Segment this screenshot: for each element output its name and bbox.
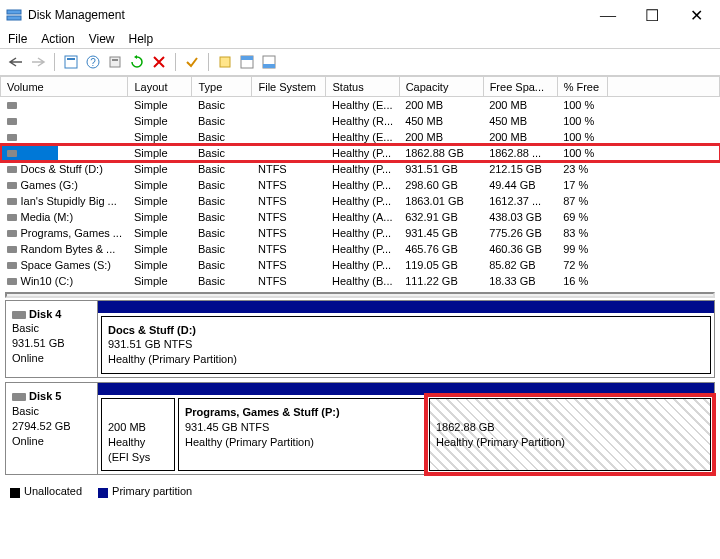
partition[interactable]: Docs & Stuff (D:)931.51 GB NTFSHealthy (…: [101, 316, 711, 375]
volume-icon: [7, 166, 17, 173]
list-bottom-icon[interactable]: [259, 52, 279, 72]
volume-icon: [7, 118, 17, 125]
volume-row[interactable]: Docs & Stuff (D:)SimpleBasicNTFSHealthy …: [1, 161, 720, 177]
check-icon[interactable]: [182, 52, 202, 72]
list-top-icon[interactable]: [237, 52, 257, 72]
forward-button[interactable]: [28, 52, 48, 72]
svg-rect-2: [65, 56, 77, 68]
partition[interactable]: 1862.88 GBHealthy (Primary Partition): [429, 398, 711, 471]
volume-row[interactable]: Random Bytes & ...SimpleBasicNTFSHealthy…: [1, 241, 720, 257]
svg-text:?: ?: [90, 57, 96, 68]
volume-icon: [7, 182, 17, 189]
new-icon[interactable]: [215, 52, 235, 72]
maximize-button[interactable]: ☐: [630, 0, 674, 30]
volume-icon: [7, 230, 17, 237]
legend-unallocated: Unallocated: [10, 485, 82, 497]
legend: Unallocated Primary partition: [0, 481, 720, 501]
graphical-pane: Disk 4Basic931.51 GBOnlineDocs & Stuff (…: [0, 298, 720, 482]
disk-row: Disk 4Basic931.51 GBOnlineDocs & Stuff (…: [5, 300, 715, 379]
column-header[interactable]: Free Spa...: [483, 77, 557, 97]
svg-rect-6: [110, 57, 120, 67]
volume-row[interactable]: SimpleBasicHealthy (E...200 MB200 MB100 …: [1, 97, 720, 113]
menu-file[interactable]: File: [8, 32, 27, 46]
properties-icon[interactable]: [61, 52, 81, 72]
legend-primary: Primary partition: [98, 485, 192, 497]
volume-icon: [7, 134, 17, 141]
svg-rect-14: [12, 393, 26, 401]
menu-help[interactable]: Help: [129, 32, 154, 46]
column-header[interactable]: File System: [252, 77, 326, 97]
volume-icon: [7, 278, 17, 285]
svg-rect-10: [241, 56, 253, 60]
volume-row[interactable]: Win10 (C:)SimpleBasicNTFSHealthy (B...11…: [1, 273, 720, 289]
volume-icon: [7, 262, 17, 269]
volume-icon: [7, 150, 17, 157]
volume-row[interactable]: Games (G:)SimpleBasicNTFSHealthy (P...29…: [1, 177, 720, 193]
volume-row[interactable]: Space Games (S:)SimpleBasicNTFSHealthy (…: [1, 257, 720, 273]
partition[interactable]: Programs, Games & Stuff (P:)931.45 GB NT…: [178, 398, 426, 471]
volume-icon: [7, 246, 17, 253]
svg-rect-0: [7, 10, 21, 14]
column-header[interactable]: Volume: [1, 77, 128, 97]
svg-rect-3: [67, 58, 75, 60]
window-title: Disk Management: [28, 8, 586, 22]
volume-icon: [7, 214, 17, 221]
svg-rect-1: [7, 16, 21, 20]
column-header[interactable]: Type: [192, 77, 252, 97]
column-header[interactable]: Layout: [128, 77, 192, 97]
app-icon: [6, 7, 22, 23]
delete-icon[interactable]: [149, 52, 169, 72]
partition[interactable]: 200 MBHealthy (EFI Sys: [101, 398, 175, 471]
svg-rect-12: [263, 64, 275, 68]
column-header[interactable]: Capacity: [399, 77, 483, 97]
toolbar: ?: [0, 48, 720, 76]
back-button[interactable]: [6, 52, 26, 72]
column-header[interactable]: % Free: [557, 77, 607, 97]
volume-icon: [7, 198, 17, 205]
column-header[interactable]: Status: [326, 77, 399, 97]
volume-row[interactable]: Ian's Stupidly Big ...SimpleBasicNTFSHea…: [1, 193, 720, 209]
disk-label[interactable]: Disk 4Basic931.51 GBOnline: [6, 301, 98, 378]
menu-view[interactable]: View: [89, 32, 115, 46]
volume-row[interactable]: Media (M:)SimpleBasicNTFSHealthy (A...63…: [1, 209, 720, 225]
svg-rect-13: [12, 311, 26, 319]
volume-row[interactable]: SimpleBasicHealthy (P...1862.88 GB1862.8…: [1, 145, 720, 161]
volume-row[interactable]: SimpleBasicHealthy (E...200 MB200 MB100 …: [1, 129, 720, 145]
close-button[interactable]: ✕: [674, 0, 718, 30]
disk-label[interactable]: Disk 5Basic2794.52 GBOnline: [6, 383, 98, 474]
minimize-button[interactable]: —: [586, 0, 630, 30]
help-icon[interactable]: ?: [83, 52, 103, 72]
svg-rect-8: [220, 57, 230, 67]
menubar: File Action View Help: [0, 30, 720, 48]
disk-row: Disk 5Basic2794.52 GBOnline200 MBHealthy…: [5, 382, 715, 475]
menu-action[interactable]: Action: [41, 32, 74, 46]
volume-row[interactable]: Programs, Games ...SimpleBasicNTFSHealth…: [1, 225, 720, 241]
volume-row[interactable]: SimpleBasicHealthy (R...450 MB450 MB100 …: [1, 113, 720, 129]
volume-table[interactable]: VolumeLayoutTypeFile SystemStatusCapacit…: [0, 76, 720, 289]
settings-icon[interactable]: [105, 52, 125, 72]
titlebar: Disk Management — ☐ ✕: [0, 0, 720, 30]
svg-rect-7: [112, 59, 118, 61]
refresh-icon[interactable]: [127, 52, 147, 72]
volume-icon: [7, 102, 17, 109]
